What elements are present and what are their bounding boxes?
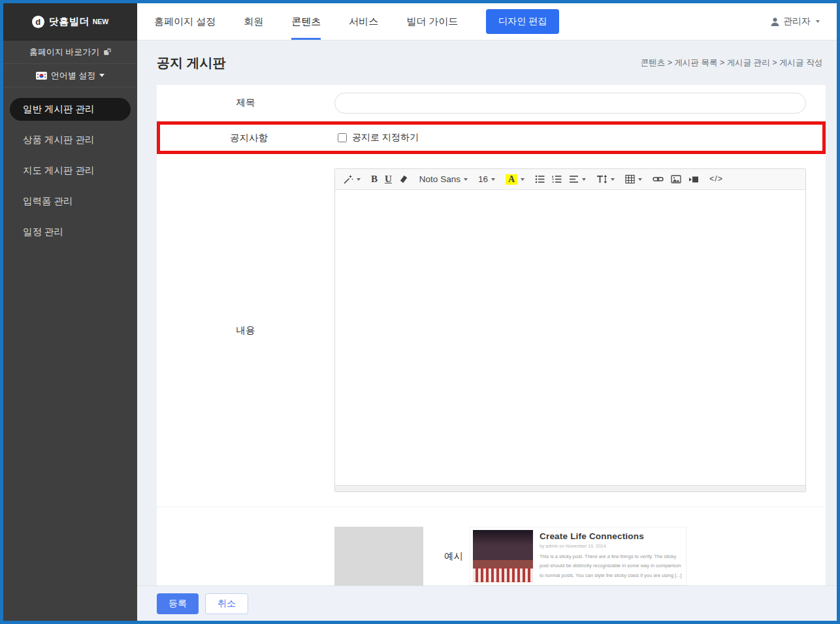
font-family-select[interactable]: Noto Sans (419, 175, 468, 184)
sidebar-item-general-board[interactable]: 일반 게시판 관리 (10, 98, 131, 121)
notice-checkbox-label: 공지로 지정하기 (352, 132, 419, 144)
breadcrumb: 콘텐츠 > 게시판 목록 > 게시글 관리 > 게시글 작성 (641, 57, 822, 69)
brand-header: d 닷홈빌더 NEW (3, 3, 137, 40)
paragraph-align-icon[interactable] (569, 174, 586, 184)
line-height-icon[interactable] (596, 174, 615, 184)
user-icon (770, 17, 780, 27)
tab-builder-guide[interactable]: 빌더 가이드 (406, 3, 458, 40)
example-post-byline: by admin on November 10, 2014 (540, 544, 683, 548)
tab-homepage-settings[interactable]: 홈페이지 설정 (154, 3, 216, 40)
title-row: 제목 (157, 85, 826, 121)
form-footer: 등록 취소 (137, 585, 837, 621)
chevron-down-icon (521, 178, 525, 181)
table-icon[interactable] (625, 174, 642, 184)
sidebar-item-product-board[interactable]: 상품 게시판 관리 (3, 129, 137, 151)
underline-icon[interactable]: U (385, 174, 392, 184)
post-form-card: 제목 공지사항 공지로 지정하기 내용 (157, 85, 826, 585)
sidebar-item-language-setting[interactable]: 언어별 설정 (3, 64, 137, 87)
sidebar-item-label: 일반 게시판 관리 (23, 103, 95, 116)
sidebar-item-label: 상품 게시판 관리 (23, 134, 95, 146)
chevron-down-icon (357, 178, 361, 181)
tab-members[interactable]: 회원 (244, 3, 263, 40)
link-icon[interactable] (653, 174, 664, 184)
chevron-down-icon (464, 178, 468, 181)
title-input[interactable] (334, 93, 806, 114)
sidebar-item-label: 지도 게시판 관리 (23, 164, 95, 177)
example-post-body: This is a sticky post. There are a few t… (540, 552, 683, 580)
thumbnail-row: 썸네일 예시 Create Life Connections by admin … (157, 507, 826, 585)
chevron-down-icon (611, 178, 615, 181)
font-family-value: Noto Sans (419, 175, 460, 184)
eraser-icon[interactable] (399, 174, 409, 184)
tab-services[interactable]: 서비스 (349, 3, 378, 40)
font-color-letter: A (506, 174, 517, 185)
external-link-icon (103, 48, 111, 56)
video-icon[interactable] (688, 175, 699, 184)
tab-contents[interactable]: 콘텐츠 (291, 3, 321, 40)
bold-icon[interactable]: B (371, 174, 378, 184)
brand-badge: NEW (93, 18, 109, 25)
page-title: 공지 게시판 (157, 54, 226, 72)
sidebar-item-map-board[interactable]: 지도 게시판 관리 (3, 159, 137, 182)
page-header: 공지 게시판 콘텐츠 > 게시판 목록 > 게시글 관리 > 게시글 작성 (137, 40, 837, 85)
sidebar: d 닷홈빌더 NEW 홈페이지 바로가기 언어별 설정 일반 게시판 관리 상품 (3, 3, 137, 621)
code-view-icon[interactable]: </> (709, 175, 723, 183)
form-card-wrap: 제목 공지사항 공지로 지정하기 내용 (137, 85, 837, 585)
notice-label: 공지사항 (160, 125, 338, 151)
magic-wand-icon[interactable] (343, 174, 361, 185)
chevron-down-icon (99, 74, 105, 77)
editor-resize-handle[interactable] (335, 485, 805, 491)
image-icon[interactable] (671, 174, 681, 184)
brand-name: 닷홈빌더 (49, 16, 89, 28)
sidebar-item-label: 입력폼 관리 (23, 195, 73, 208)
chevron-down-icon (491, 178, 495, 181)
content-label: 내용 (157, 168, 334, 492)
top-navigation: 홈페이지 설정 회원 콘텐츠 서비스 빌더 가이드 디자인 편집 관리자 (137, 3, 837, 40)
font-size-select[interactable]: 16 (478, 175, 495, 184)
notice-checkbox-group[interactable]: 공지로 지정하기 (338, 132, 419, 144)
chevron-down-icon (638, 178, 642, 181)
main-area: 홈페이지 설정 회원 콘텐츠 서비스 빌더 가이드 디자인 편집 관리자 공지 … (137, 3, 837, 621)
sidebar-item-label: 일정 관리 (23, 226, 63, 238)
list-ol-icon[interactable] (552, 174, 562, 184)
sidebar-item-input-form[interactable]: 입력폼 관리 (3, 190, 137, 213)
rich-text-editor: B U Noto Sans (334, 168, 806, 492)
example-post-title: Create Life Connections (540, 531, 683, 541)
sidebar-item-schedule[interactable]: 일정 관리 (3, 221, 137, 243)
chevron-down-icon (816, 20, 820, 23)
editor-content-area[interactable] (335, 190, 805, 485)
list-ul-icon[interactable] (535, 174, 545, 184)
content-row: 내용 (157, 154, 826, 507)
user-menu[interactable]: 관리자 (770, 16, 820, 27)
cancel-button[interactable]: 취소 (205, 593, 248, 614)
notice-checkbox[interactable] (338, 133, 347, 142)
notice-row-highlighted: 공지사항 공지로 지정하기 (157, 121, 826, 154)
user-name: 관리자 (783, 16, 811, 27)
design-edit-button[interactable]: 디자인 편집 (486, 9, 559, 34)
example-post-preview: Create Life Connections by admin on Nove… (470, 527, 687, 585)
korea-flag-icon (36, 72, 47, 80)
chevron-down-icon (582, 178, 586, 181)
title-label: 제목 (157, 85, 334, 121)
font-color-icon[interactable]: A (506, 174, 525, 185)
example-post-image (473, 530, 533, 582)
brand-logo-icon: d (32, 16, 44, 28)
editor-toolbar: B U Noto Sans (335, 169, 805, 190)
sidebar-menu: 일반 게시판 관리 상품 게시판 관리 지도 게시판 관리 입력폼 관리 일정 … (3, 87, 137, 254)
homepage-shortcut-label: 홈페이지 바로가기 (29, 46, 100, 58)
font-size-value: 16 (478, 175, 488, 184)
sidebar-item-homepage-shortcut[interactable]: 홈페이지 바로가기 (3, 40, 137, 64)
thumbnail-placeholder[interactable] (334, 527, 423, 585)
thumbnail-label: 썸네일 (157, 527, 334, 585)
example-label: 예시 (444, 550, 463, 563)
language-setting-label: 언어별 설정 (51, 70, 96, 82)
submit-button[interactable]: 등록 (157, 593, 199, 614)
